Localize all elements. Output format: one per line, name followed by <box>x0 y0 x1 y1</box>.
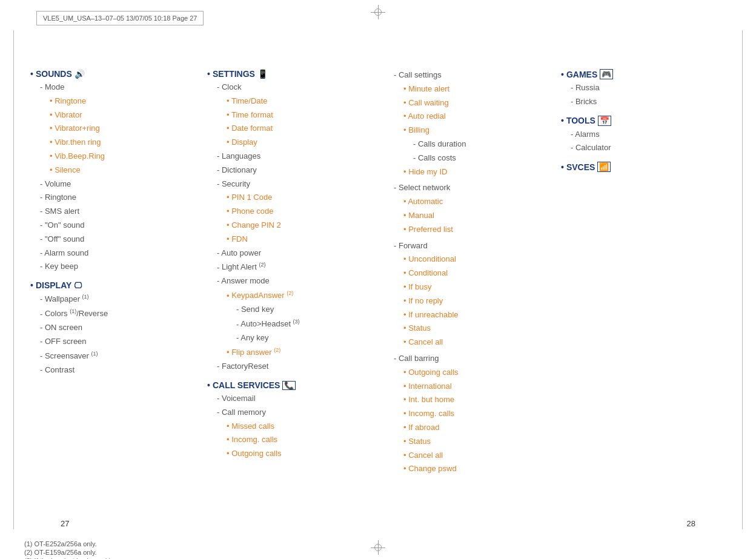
settings-icon: 📱 <box>257 69 268 79</box>
sounds-ringtone: Ringtone <box>50 95 195 108</box>
call-settings-calls-duration: Calls duration <box>413 138 549 151</box>
display-on-screen: ON screen <box>40 322 195 334</box>
call-services-missed-calls: Missed calls <box>227 420 372 433</box>
call-barring-int-but-home: Int. but home <box>403 394 549 406</box>
settings-factory-reset: FactoryReset <box>217 360 372 373</box>
call-settings-calls-costs: Calls costs <box>413 152 549 165</box>
sounds-ringtone-dash: Ringtone <box>40 191 195 204</box>
call-services-incomg-calls: Incomg. calls <box>227 434 372 446</box>
sounds-icon: 🔊 <box>75 69 85 79</box>
section-settings: • SETTINGS 📱 <box>207 69 372 79</box>
sounds-silence: Silence <box>50 164 195 177</box>
call-services-label: CALL SERVICES <box>213 380 280 390</box>
display-colors: Colors (1)/Reverse <box>40 307 195 320</box>
select-network-header: Select network <box>394 182 549 194</box>
select-network-automatic: Automatic <box>403 196 549 208</box>
select-network-manual: Manual <box>403 210 549 222</box>
settings-auto-headset: Auto>Headset (3) <box>236 317 372 331</box>
settings-time-format: Time format <box>227 109 372 122</box>
settings-pin1: PIN 1 Code <box>227 191 372 204</box>
settings-change-pin2: Change PIN 2 <box>227 219 372 232</box>
settings-light-alert: Light Alert (2) <box>217 260 372 274</box>
call-services-outgoing-calls: Outgoing calls <box>227 448 372 460</box>
games-label: GAMES <box>566 70 597 79</box>
call-settings-auto-redial: Auto redial <box>403 110 549 123</box>
forward-conditional: Conditional <box>403 267 549 280</box>
call-settings-minute-alert: Minute alert <box>403 83 549 96</box>
tools-label: TOOLS <box>566 116 595 125</box>
settings-phone-code: Phone code <box>227 205 372 218</box>
call-barring-outgoing: Outgoing calls <box>403 366 549 379</box>
call-services-voicemail: Voicemail <box>217 392 372 405</box>
forward-if-no-reply: If no reply <box>403 295 549 308</box>
column-1: • SOUNDS 🔊 Mode Ringtone Vibrator Vibrat… <box>24 62 201 477</box>
forward-if-unreachable: If unreachable <box>403 309 549 322</box>
left-border <box>13 30 14 529</box>
display-contrast: Contrast <box>40 364 195 377</box>
section-svces: • SVCES 📶 <box>561 162 726 172</box>
display-screensaver: Screensaver (1) <box>40 349 195 363</box>
forward-header: Forward <box>394 240 549 253</box>
page-number-right: 28 <box>687 519 695 528</box>
sounds-sms-alert: SMS alert <box>40 205 195 218</box>
page-number-left: 27 <box>61 519 69 528</box>
select-network-preferred-list: Preferred list <box>403 223 549 236</box>
games-bricks: Bricks <box>571 96 726 108</box>
call-settings-header: Call settings <box>394 69 549 82</box>
svces-label: SVCES <box>566 162 595 172</box>
main-content: • SOUNDS 🔊 Mode Ringtone Vibrator Vibrat… <box>0 25 756 501</box>
sounds-alarm-sound: Alarm sound <box>40 247 195 260</box>
settings-any-key: Any key <box>236 332 372 345</box>
sounds-vibr-then-ring: Vibr.then ring <box>50 136 195 149</box>
call-services-icon: 📞 <box>282 381 296 390</box>
sounds-volume: Volume <box>40 178 195 191</box>
sounds-vibrator: Vibrator <box>50 109 195 122</box>
settings-date-format: Date format <box>227 122 372 135</box>
call-barring-status: Status <box>403 435 549 448</box>
header-text: VLE5_UM_USA–13–07–05 13/07/05 10:18 Page… <box>36 11 204 25</box>
settings-languages: Languages <box>217 150 372 163</box>
sounds-key-beep: Key beep <box>40 260 195 273</box>
forward-if-busy: If busy <box>403 281 549 294</box>
section-display: • DISPLAY 🖵 <box>30 280 195 290</box>
sounds-on-sound: "On" sound <box>40 219 195 232</box>
right-border <box>742 30 743 529</box>
settings-clock: Clock <box>217 81 372 94</box>
sounds-label: SOUNDS <box>36 69 72 79</box>
display-label: DISPLAY <box>36 280 71 290</box>
section-games: • GAMES 🎮 <box>561 69 726 79</box>
call-settings-hide-my-id: Hide my ID <box>403 166 549 179</box>
call-barring-incomg-calls: Incomg. calls <box>403 408 549 420</box>
settings-label: SETTINGS <box>213 69 255 79</box>
settings-dictionary: Dictionary <box>217 164 372 177</box>
column-2: • SETTINGS 📱 Clock Time/Date Time format… <box>201 62 378 477</box>
column-4: • GAMES 🎮 Russia Bricks • TOOLS 📅 Alarms… <box>555 62 732 477</box>
sounds-mode: Mode <box>40 81 195 94</box>
svces-icon: 📶 <box>597 162 611 172</box>
call-barring-header: Call barring <box>394 352 549 365</box>
section-call-services: • CALL SERVICES 📞 <box>207 380 372 390</box>
call-barring-change-pswd: Change pswd <box>403 463 549 475</box>
sounds-vib-beep-ring: Vib.Beep.Ring <box>50 150 195 163</box>
settings-flip-answer: Flip answer (2) <box>227 346 372 359</box>
call-services-call-memory: Call memory <box>217 406 372 419</box>
forward-status: Status <box>403 322 549 335</box>
call-settings-call-waiting: Call waiting <box>403 97 549 110</box>
display-off-screen: OFF screen <box>40 336 195 348</box>
tools-icon: 📅 <box>598 116 611 126</box>
call-barring-if-abroad: If abroad <box>403 422 549 434</box>
call-barring-international: International <box>403 380 549 393</box>
settings-keypad-answer: KeypadAnswer (2) <box>227 289 372 302</box>
display-icon: 🖵 <box>74 281 82 290</box>
games-russia: Russia <box>571 82 726 94</box>
settings-display: Display <box>227 136 372 149</box>
section-sounds: • SOUNDS 🔊 <box>30 69 195 79</box>
forward-cancel-all: Cancel all <box>403 336 549 349</box>
settings-security: Security <box>217 178 372 191</box>
settings-fdn: FDN <box>227 233 372 246</box>
call-barring-cancel-all: Cancel all <box>403 449 549 462</box>
display-wallpaper: Wallpaper (1) <box>40 293 195 306</box>
page-numbers: 27 28 <box>0 513 756 534</box>
tools-calculator: Calculator <box>571 142 726 154</box>
sounds-vibrator-ring: Vibrator+ring <box>50 122 195 135</box>
